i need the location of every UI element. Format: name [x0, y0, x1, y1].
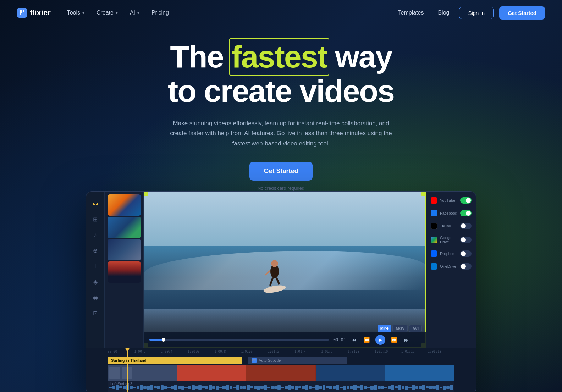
sky-layer	[144, 192, 426, 254]
svg-rect-15	[385, 365, 454, 381]
video-clip-3[interactable]	[246, 365, 316, 381]
mov-badge[interactable]: MOV	[392, 325, 408, 332]
subtitle-track[interactable]: Surfing in Thailand	[108, 357, 242, 364]
surfer-figure	[262, 257, 287, 296]
youtube-label: YouTube	[440, 198, 455, 203]
editor-body: 🗂 ⊞ ♪ ⊕ T ◈ ◉ ⊡	[86, 192, 476, 348]
facebook-label: Facebook	[440, 211, 457, 215]
nav-tools[interactable]: Tools ▼	[62, 7, 90, 19]
video-clip-4[interactable]	[316, 365, 385, 381]
video-clip-5[interactable]	[385, 365, 454, 381]
media-thumb-1[interactable]	[108, 194, 141, 216]
sidebar-brand-icon[interactable]: ◉	[89, 291, 102, 304]
onedrive-toggle[interactable]	[460, 263, 472, 270]
tiktok-icon	[431, 223, 437, 229]
signin-button[interactable]: Sign In	[459, 7, 494, 19]
nav-left: flixier Tools ▼ Create ▼ AI ▼ Pricing	[17, 7, 174, 19]
ruler-mark: 1:00:8	[214, 350, 241, 353]
nav-blog[interactable]: Blog	[434, 7, 453, 19]
nav-getstarted-button[interactable]: Get Started	[499, 6, 545, 20]
fast-forward-button[interactable]: ⏩	[390, 336, 398, 343]
progress-dot	[162, 338, 165, 342]
gdrive-toggle[interactable]	[460, 237, 472, 243]
video-clip-1[interactable]	[108, 365, 177, 381]
svg-rect-0	[20, 10, 22, 13]
editor-container: 🗂 ⊞ ♪ ⊕ T ◈ ◉ ⊡	[86, 191, 476, 392]
timeline-playhead[interactable]	[127, 348, 128, 392]
media-thumb-2[interactable]	[108, 217, 141, 238]
chevron-down-icon: ▼	[115, 11, 119, 15]
ruler-mark: 1:00:4	[161, 350, 187, 353]
nav-create[interactable]: Create ▼	[92, 7, 123, 19]
onedrive-icon	[431, 263, 437, 270]
hero-title-line2: to create videos	[168, 73, 394, 109]
gdrive-icon	[431, 237, 437, 243]
ruler-mark: 1:01:0	[241, 350, 268, 353]
media-thumb-3[interactable]	[108, 239, 141, 260]
ruler-mark: 1:01:2	[268, 350, 294, 353]
ruler-mark: 1:01:13	[428, 350, 454, 353]
export-facebook: Facebook	[431, 209, 472, 218]
audio-label: Let'sSurf.mp3	[110, 382, 132, 386]
onedrive-label: OneDrive	[440, 264, 456, 269]
skip-back-button[interactable]: ⏮	[350, 336, 358, 343]
svg-line-6	[270, 278, 273, 286]
sidebar-transition-icon[interactable]: ⊕	[89, 244, 102, 257]
video-controls: 00:01 ⏮ ⏪ ▶ ⏩ ⏭ ⛶	[144, 332, 426, 348]
hero-section: The fastest way to create videos Make st…	[0, 26, 562, 191]
ruler-mark: 1:01:8	[348, 350, 374, 353]
sidebar-media-icon[interactable]: 🗂	[89, 197, 102, 210]
time-code: 00:01	[333, 337, 346, 342]
ruler-mark: 1:01:4	[294, 350, 321, 353]
facebook-toggle[interactable]	[460, 210, 472, 216]
ruler-mark: 1:00:6	[188, 350, 214, 353]
nav-pricing[interactable]: Pricing	[147, 7, 174, 19]
play-button[interactable]: ▶	[375, 335, 385, 345]
sidebar-text-icon[interactable]: T	[89, 260, 102, 272]
editor-sidebar: 🗂 ⊞ ♪ ⊕ T ◈ ◉ ⊡	[86, 192, 105, 348]
skip-forward-button[interactable]: ⏭	[403, 336, 411, 343]
hero-title: The fastest way to create videos	[0, 40, 562, 109]
hero-subtitle: Make stunning videos effortlessly, team …	[169, 118, 393, 149]
ruler-mark: 1:01:12	[401, 350, 428, 353]
gdrive-label: Google Drive	[440, 236, 457, 244]
mp4-badge[interactable]: MP4	[378, 325, 391, 332]
svg-rect-2	[20, 13, 21, 15]
svg-point-8	[263, 284, 286, 294]
nav-templates[interactable]: Templates	[393, 7, 428, 19]
editor-export-panel: YouTube Facebook TikTok	[426, 192, 476, 348]
avi-badge[interactable]: AVI	[409, 325, 422, 332]
editor-timeline: 00:00 1:00:2 1:00:4 1:00:6 1:00:8 1:01:0…	[86, 348, 476, 392]
youtube-icon	[431, 197, 437, 204]
youtube-toggle[interactable]	[460, 197, 472, 204]
sidebar-audio-icon[interactable]: ♪	[89, 228, 102, 241]
fullscreen-button[interactable]: ⛶	[415, 337, 420, 343]
progress-bar[interactable]	[149, 339, 329, 341]
svg-rect-13	[246, 365, 316, 381]
ruler-mark: 1:01:6	[321, 350, 348, 353]
dropbox-toggle[interactable]	[460, 250, 472, 257]
video-clip-2[interactable]	[177, 365, 247, 381]
sidebar-elements-icon[interactable]: ◈	[89, 275, 102, 288]
svg-line-5	[265, 271, 270, 275]
ruler-mark: 00:00	[108, 350, 134, 353]
export-youtube: YouTube	[431, 196, 472, 205]
hero-getstarted-button[interactable]: Get Started	[249, 162, 312, 181]
svg-rect-12	[177, 365, 247, 381]
sidebar-library-icon[interactable]: ⊞	[89, 213, 102, 226]
nav-ai[interactable]: AI ▼	[125, 7, 145, 19]
audio-track[interactable]: Let'sSurf.mp3 (function() { const w = do…	[108, 381, 454, 392]
subtitle-tracks: Surfing in Thailand CC Auto Subtitle	[108, 357, 454, 364]
no-credit-text: No credit card required	[258, 186, 304, 191]
media-thumb-4[interactable]	[108, 261, 141, 283]
hero-title-part1: The	[170, 39, 231, 74]
navbar: flixier Tools ▼ Create ▼ AI ▼ Pricing Te…	[0, 0, 562, 26]
svg-point-4	[271, 260, 278, 267]
logo-text: flixier	[30, 8, 51, 17]
auto-subtitle-track[interactable]: CC Auto Subtitle	[248, 357, 347, 364]
tiktok-toggle[interactable]	[460, 223, 472, 229]
rewind-button[interactable]: ⏪	[362, 336, 371, 343]
svg-rect-14	[316, 365, 385, 381]
sidebar-export-icon[interactable]: ⊡	[89, 307, 102, 319]
logo[interactable]: flixier	[17, 8, 51, 18]
